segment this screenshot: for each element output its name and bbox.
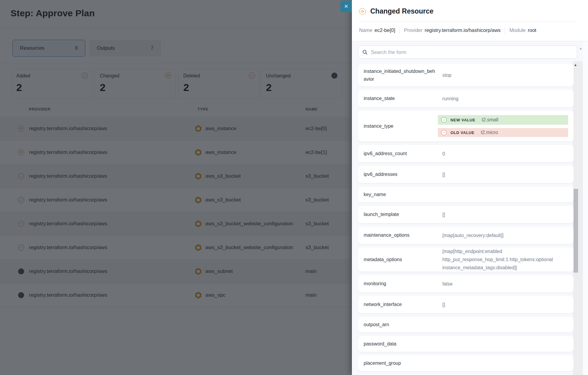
field-value: false — [437, 280, 568, 288]
modal-overlay[interactable] — [0, 0, 352, 375]
field-card-placement_group[interactable]: placement_group — [358, 355, 574, 371]
old-value-label: OLD VALUE — [450, 130, 475, 135]
new-value: t2.small — [482, 117, 498, 123]
field-card-metadata_options[interactable]: metadata_options [map[http_endpoint:enab… — [358, 247, 574, 272]
close-drawer-button[interactable]: ✕ — [340, 1, 352, 12]
field-value: 0 — [437, 150, 568, 158]
meta-label: Name — [359, 27, 372, 33]
field-value: running — [437, 95, 568, 103]
meta-label: Module — [509, 27, 526, 33]
field-value: [map[http_endpoint:enabled http_put_resp… — [437, 247, 568, 272]
field-card-outpost_arn[interactable]: outpost_arn — [358, 317, 574, 333]
search-icon — [362, 50, 368, 55]
old-value-band: − OLD VALUE t2.micro — [438, 128, 568, 137]
form-search[interactable] — [358, 45, 577, 59]
meta-separator — [400, 27, 400, 34]
outer-scroll-up-arrow-icon[interactable]: ▲ — [579, 47, 582, 50]
field-value: [] — [437, 170, 568, 179]
field-name: monitoring — [364, 280, 437, 288]
field-name: ipv6_addresses — [364, 170, 437, 178]
field-name: network_interface — [364, 301, 437, 308]
field-card-ipv6_address_count[interactable]: ipv6_address_count 0 — [358, 145, 574, 162]
field-name: instance_type — [364, 122, 437, 130]
added-status-icon: ✓ — [441, 117, 447, 123]
field-card-instance_initiated_shutdown_behavior[interactable]: instance_initiated_shutdown_behavior sto… — [358, 64, 574, 86]
field-name: password_data — [364, 340, 437, 348]
scroll-up-arrow-icon[interactable]: ▲ — [574, 63, 577, 67]
field-name: instance_initiated_shutdown_behavior — [364, 67, 437, 83]
meta-value: registry.terraform.io/hashicorp/aws — [425, 27, 501, 33]
field-name: placement_group — [364, 359, 437, 367]
field-card-key_name[interactable]: key_name — [358, 186, 574, 202]
field-card-maintenance_options[interactable]: maintenance_options [map[auto_recovery:d… — [358, 227, 574, 244]
field-name: ipv6_address_count — [364, 150, 437, 158]
field-value: [] — [437, 211, 568, 219]
field-card-ipv6_addresses[interactable]: ipv6_addresses [] — [358, 166, 574, 183]
field-value: stop — [437, 71, 568, 79]
meta-value: ec2-be[0] — [375, 27, 395, 33]
close-icon: ✕ — [344, 3, 348, 10]
field-name: maintenance_options — [364, 231, 437, 239]
field-card-launch_template[interactable]: launch_template [] — [358, 206, 574, 223]
field-card-instance_state[interactable]: instance_state running — [358, 90, 574, 107]
field-name: launch_template — [364, 211, 437, 218]
field-name: instance_state — [364, 95, 437, 102]
new-value-band: ✓ NEW VALUE t2.small — [438, 115, 568, 125]
field-change: ✓ NEW VALUE t2.small − OLD VALUE t2.micr… — [438, 111, 568, 142]
fields-scrollbar-thumb[interactable] — [574, 189, 578, 273]
drawer-title: Changed Resource — [370, 7, 434, 15]
field-value: [map[auto_recovery:default]] — [437, 231, 568, 239]
field-name: outpost_arn — [364, 321, 437, 329]
field-value: [] — [437, 301, 568, 309]
meta-value: root — [528, 27, 536, 33]
search-input[interactable] — [370, 49, 573, 55]
meta-item-module: Moduleroot — [509, 27, 536, 33]
field-card-monitoring[interactable]: monitoring false — [358, 275, 574, 292]
meta-separator — [505, 27, 505, 34]
drawer-title-divider — [359, 21, 577, 22]
outer-scrollbar-track[interactable] — [583, 41, 588, 375]
changed-resource-drawer: ⟳ Changed Resource Nameec2-be[0] Provide… — [352, 0, 588, 375]
field-name: metadata_options — [364, 256, 437, 264]
field-card-network_interface[interactable]: network_interface [] — [358, 296, 574, 313]
field-card-password_data[interactable]: password_data — [358, 336, 574, 352]
old-value: t2.micro — [481, 130, 498, 135]
meta-item-name: Nameec2-be[0] — [359, 27, 395, 33]
new-value-label: NEW VALUE — [450, 118, 475, 122]
drawer-header: ⟳ Changed Resource Nameec2-be[0] Provide… — [352, 0, 588, 41]
field-name: key_name — [364, 191, 437, 198]
meta-item-provider: Providerregistry.terraform.io/hashicorp/… — [404, 27, 501, 33]
meta-label: Provider — [404, 27, 422, 33]
fields-list: instance_initiated_shutdown_behavior sto… — [358, 64, 574, 375]
field-card-instance_type[interactable]: instance_type ✓ NEW VALUE t2.small − OLD… — [358, 111, 574, 142]
changed-status-icon: ⟳ — [359, 8, 366, 15]
resource-meta: Nameec2-be[0] Providerregistry.terraform… — [359, 25, 536, 35]
deleted-status-icon: − — [441, 130, 447, 135]
